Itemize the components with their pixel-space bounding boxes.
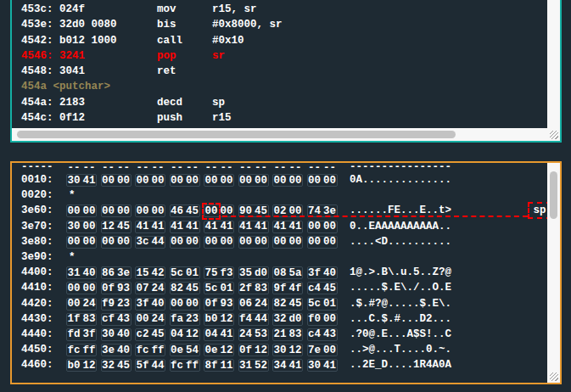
memory-byte: 00 xyxy=(136,205,148,217)
memory-word-cell: c443 xyxy=(307,328,338,341)
memory-byte: 00 xyxy=(323,344,336,356)
memory-word-cell: 8245 xyxy=(170,282,200,294)
disassembly-horizontal-scrollbar[interactable] xyxy=(12,128,547,141)
memory-byte: 12 xyxy=(289,344,302,356)
memory-resize-handle[interactable] xyxy=(547,366,560,383)
memory-byte: 93 xyxy=(117,283,130,294)
memory-word-cell: 9f4f xyxy=(272,282,303,294)
memory-byte: 41 xyxy=(152,221,165,232)
memory-byte: 30 xyxy=(67,221,80,232)
memory-byte: 00 xyxy=(239,236,252,248)
disassembly-row[interactable]: 4546:3241popsr xyxy=(12,50,547,65)
disassembly-resize-handle[interactable] xyxy=(547,128,560,141)
memory-words: 000000003c4400000000000000000000 xyxy=(66,235,341,249)
memory-word-cell: 0000 xyxy=(307,174,338,187)
disassembly-row[interactable]: 4548:3041ret xyxy=(12,65,547,81)
disassembly-row[interactable]: 454a:2183decdsp xyxy=(12,97,547,112)
memory-byte: 41 xyxy=(289,360,302,372)
memory-byte: 86 xyxy=(102,267,115,279)
memory-word-cell: 4645 xyxy=(170,204,200,217)
disassembly-vertical-scrollbar[interactable] xyxy=(547,0,560,128)
memory-word-cell: 3012 xyxy=(272,344,303,356)
memory-word-cell: ---- xyxy=(272,165,303,173)
memory-byte: 41 xyxy=(239,221,252,232)
memory-byte: 00 xyxy=(308,175,321,187)
memory-words: fcff3e40fcff0e540e120f1230127e00 xyxy=(66,343,341,356)
memory-byte: 0e xyxy=(171,344,183,356)
memory-byte: 41 xyxy=(289,221,302,232)
memory-byte: 30 xyxy=(273,344,286,356)
memory-byte: 00 xyxy=(289,175,302,187)
instruction-operands: r15 xyxy=(212,112,232,124)
memory-byte: 00 xyxy=(273,175,286,187)
disassembly-row[interactable]: 4542:b012 1000call#0x10 xyxy=(12,35,547,50)
memory-ascii: ..>@...T....0.~. xyxy=(350,344,451,356)
memory-byte: c4 xyxy=(308,283,321,294)
memory-byte: 12 xyxy=(255,344,267,356)
memory-word-cell: 1542 xyxy=(135,266,165,279)
memory-byte: 40 xyxy=(83,267,96,279)
memory-byte: 83 xyxy=(83,313,96,325)
memory-vertical-scrollbar[interactable] xyxy=(547,163,560,383)
disassembly-row[interactable]: 454c:0f12pushr15 xyxy=(12,112,547,127)
memory-word-cell: c445 xyxy=(307,282,338,294)
instruction-bytes: 0f12 xyxy=(59,112,85,124)
memory-byte: 06 xyxy=(239,298,252,310)
memory-scrollbar-thumb[interactable] xyxy=(550,171,557,219)
memory-byte: -- xyxy=(136,165,148,173)
memory-byte: 41 xyxy=(186,221,199,232)
memory-word-cell: 0000 xyxy=(135,174,165,187)
memory-byte: 08 xyxy=(273,267,286,279)
memory-byte: 35 xyxy=(239,267,252,279)
memory-byte: -- xyxy=(273,165,286,173)
memory-word-cell: 0000 xyxy=(272,236,303,249)
instruction-operands: #0x8000, sr xyxy=(212,19,283,31)
disassembly-row[interactable]: 453e:32d0 0080bis#0x8000, sr xyxy=(12,19,547,34)
memory-byte: 41 xyxy=(221,221,233,232)
memory-word-cell: 4141 xyxy=(135,221,165,233)
memory-byte: 00 xyxy=(117,205,130,217)
memory-byte: 04 xyxy=(204,328,217,340)
memory-words: -------------------------------- xyxy=(66,165,341,173)
memory-byte: -- xyxy=(239,165,252,173)
memory-byte: cf xyxy=(102,313,115,325)
memory-word-cell: 0024 xyxy=(135,313,165,326)
memory-word-cell: 0024 xyxy=(66,298,97,311)
disassembly-listing: 453c:024fmovr15, sr453e:32d0 0080bis#0x8… xyxy=(12,0,547,128)
memory-byte: c2 xyxy=(136,328,148,340)
memory-byte: 30 xyxy=(67,175,80,187)
memory-word-cell: 32d0 xyxy=(272,313,303,326)
memory-word-cell: fcff xyxy=(170,359,200,372)
memory-byte: 12 xyxy=(221,344,233,356)
memory-word-cell: ---- xyxy=(204,165,234,173)
memory-byte: fd xyxy=(67,328,80,340)
memory-byte: 75 xyxy=(204,267,217,279)
horizontal-scrollbar-thumb[interactable] xyxy=(17,131,456,138)
memory-byte: b0 xyxy=(67,360,80,372)
memory-byte: 43 xyxy=(323,328,336,340)
memory-byte: 41 xyxy=(83,175,96,187)
memory-byte: -- xyxy=(102,165,115,173)
memory-ascii: 1@.>.B\.u.5..Z?@ xyxy=(350,266,451,278)
memory-word-cell: 0000 xyxy=(101,174,132,187)
memory-word-cell: 0441 xyxy=(204,328,234,341)
memory-byte: f9 xyxy=(102,298,115,310)
memory-word-cell: 0000 xyxy=(307,221,338,233)
memory-word-cell: 0000 xyxy=(204,174,234,187)
disassembly-row[interactable]: 453c:024fmovr15, sr xyxy=(12,3,547,19)
memory-byte: 00 xyxy=(171,175,183,187)
memory-word-cell: 0e54 xyxy=(170,344,200,356)
memory-word-cell: 3441 xyxy=(272,359,303,372)
memory-byte: 83 xyxy=(289,328,302,340)
memory-byte: 00 xyxy=(102,236,115,248)
memory-byte: 24 xyxy=(152,283,165,294)
memory-word-cell: fd3f xyxy=(66,328,97,341)
memory-word-cell: fcff xyxy=(135,344,165,356)
memory-word-cell: f923 xyxy=(101,298,132,311)
instruction-mnemonic: mov xyxy=(157,3,176,15)
memory-word-cell: 3000 xyxy=(66,221,97,233)
memory-byte: 00 xyxy=(323,175,336,187)
memory-byte: 8f xyxy=(204,360,217,372)
memory-address: 0010: xyxy=(21,174,53,186)
memory-byte: 00 xyxy=(67,205,80,217)
